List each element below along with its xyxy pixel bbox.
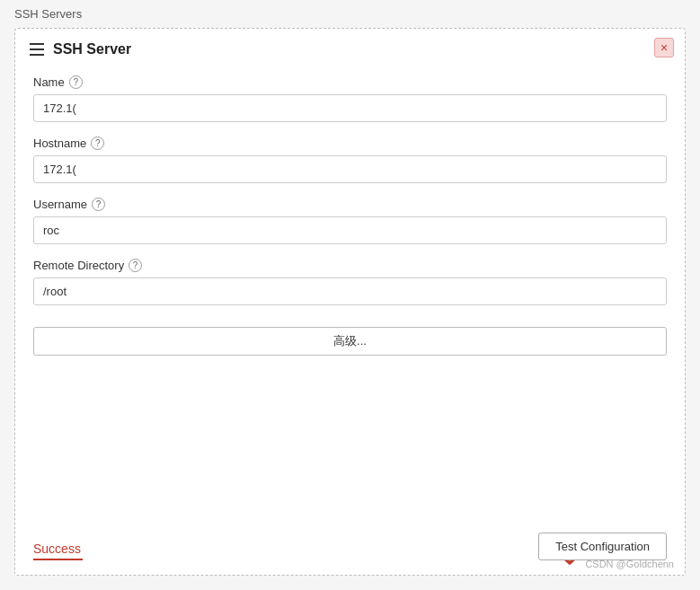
success-underline [33,559,83,560]
dialog-header: SSH Server × [15,29,685,66]
dialog-title: SSH Server [53,41,131,57]
hostname-input[interactable] [33,155,667,183]
remote-directory-input[interactable] [33,277,667,305]
status-area: Success [33,542,83,560]
hostname-field-group: Hostname ? [33,136,667,183]
page-title: SSH Servers [14,7,686,21]
name-input[interactable] [33,94,667,122]
remote-directory-label: Remote Directory ? [33,259,667,272]
name-field-group: Name ? [33,75,667,122]
test-config-button[interactable]: Test Configuration [538,533,667,560]
dialog-container: SSH Server × Name ? Hostname ? Username … [14,28,686,576]
hamburger-icon[interactable] [30,43,44,56]
dialog-footer: Success Test Configuration [15,524,685,575]
close-icon: × [660,41,668,54]
hostname-help-icon[interactable]: ? [91,136,104,150]
advanced-button[interactable]: 高级... [33,327,667,356]
username-help-icon[interactable]: ? [92,198,105,211]
name-label: Name ? [33,75,667,89]
name-help-icon[interactable]: ? [69,75,83,89]
username-label: Username ? [33,198,667,211]
remote-directory-field-group: Remote Directory ? [33,259,667,305]
success-text: Success [33,542,81,556]
hostname-label: Hostname ? [33,136,667,150]
dialog-body: Name ? Hostname ? Username ? Remote Dire… [15,66,685,524]
close-button[interactable]: × [654,38,674,57]
watermark: CSDN @Goldchenn [585,559,674,569]
remote-directory-help-icon[interactable]: ? [128,259,142,272]
username-field-group: Username ? [33,198,667,244]
username-input[interactable] [33,216,667,244]
